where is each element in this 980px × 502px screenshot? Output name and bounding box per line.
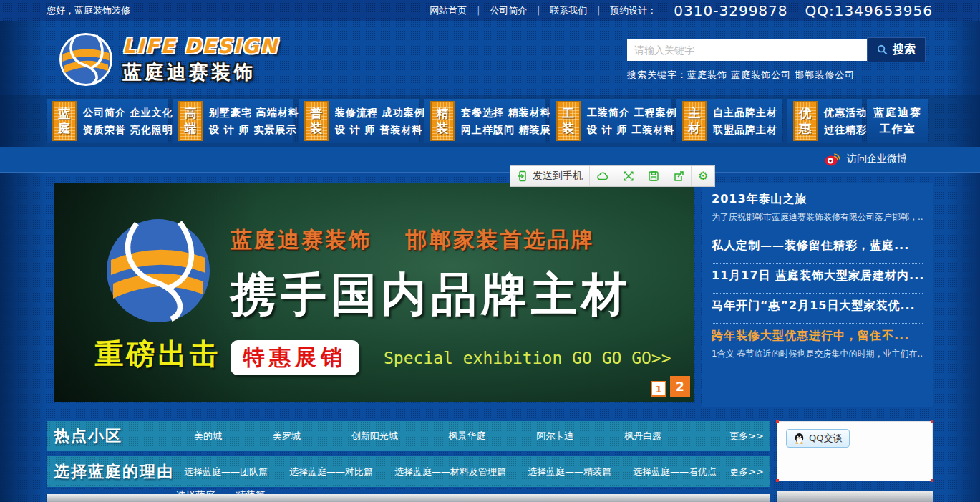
divider: [47, 494, 770, 502]
reasons-more-link[interactable]: 更多>>: [729, 465, 764, 478]
save-button[interactable]: [641, 166, 666, 186]
hotspots-more-link[interactable]: 更多>>: [729, 430, 764, 443]
send-to-phone-label: 发送到手机: [533, 170, 583, 183]
nav-links-line[interactable]: 联盟品牌主材: [713, 121, 777, 138]
nav-item-commercial[interactable]: 工装 工装简介 工程案例 设 计 师 工装材料: [550, 99, 671, 143]
hotspot-link[interactable]: 枫丹白露: [624, 430, 661, 443]
nav-links-line[interactable]: 工作室: [873, 121, 922, 137]
nav-links-line[interactable]: 蓝庭迪赛: [873, 105, 922, 121]
separator: |: [537, 6, 540, 16]
banner-badge: 特惠展销: [231, 340, 359, 375]
reason-link[interactable]: 选择蓝庭——精装篇: [528, 465, 611, 478]
nav-item-highend[interactable]: 高端 别墅豪宅 高端材料 设 计 师 实景展示: [173, 99, 293, 143]
topbar-link-booking[interactable]: 预约设计：: [610, 4, 656, 17]
nav-badge-refined: 精装: [430, 101, 455, 141]
search-input[interactable]: [627, 39, 867, 61]
news-title[interactable]: 跨年装修大型优惠进行中，留住不...: [712, 329, 923, 344]
news-title[interactable]: 11月17日 蓝庭装饰大型家居建材内...: [712, 269, 923, 284]
nav-links-line[interactable]: 过往精彩: [824, 121, 867, 138]
qq-penguin-icon: [794, 433, 805, 444]
header: LIFE DESIGN 蓝庭迪赛装饰 搜索 搜索关键字：蓝庭装饰 蓝庭装饰公司: [0, 21, 980, 95]
nav-links-line[interactable]: 装修流程 成功案例: [335, 104, 425, 121]
reason-link[interactable]: 选择蓝庭——精装篇: [175, 489, 266, 494]
divider: [777, 491, 933, 502]
nav-item-lanting[interactable]: 蓝庭 公司简介 企业文化 资质荣誉 亮化照明: [47, 99, 168, 143]
news-desc: 为了庆祝邯郸市蓝庭迪赛装饰装修有限公司落户邯郸，...: [712, 211, 923, 223]
reason-link[interactable]: 选择蓝庭——看优点: [633, 465, 717, 478]
nav-links-line[interactable]: 设 计 师 普装材料: [335, 121, 425, 138]
nav-links-line[interactable]: 自主品牌主材: [713, 104, 777, 121]
nav-links-line[interactable]: 优惠活动: [824, 104, 867, 121]
weibo-icon: [825, 152, 840, 166]
nav-links-line[interactable]: 设 计 师 实景展示: [209, 121, 299, 138]
nav-badge-discount: 优惠: [793, 101, 818, 141]
news-item[interactable]: 马年开门“惠”2月15日大型家装优...: [712, 295, 923, 317]
share-button[interactable]: [666, 166, 692, 186]
news-title[interactable]: 马年开门“惠”2月15日大型家装优...: [712, 299, 923, 314]
topbar-link-about[interactable]: 公司简介: [490, 4, 527, 17]
search-button[interactable]: 搜索: [867, 37, 926, 62]
banner-slide[interactable]: 重磅出击 蓝庭迪赛装饰 邯郸家装首选品牌 携手国内品牌主材 特惠展销 Speci…: [54, 183, 694, 402]
divider: [712, 323, 923, 324]
divider: [712, 293, 923, 294]
nav-item-studio[interactable]: 蓝庭迪赛 工作室: [867, 99, 928, 143]
nav-badge-standard: 普装: [304, 101, 329, 141]
hotspot-link[interactable]: 美罗城: [273, 430, 301, 443]
nav-item-materials[interactable]: 主材 自主品牌主材 联盟品牌主材: [676, 99, 782, 143]
pager-dot-2[interactable]: 2: [670, 376, 690, 397]
qq-chat-button[interactable]: QQ交谈: [786, 429, 850, 448]
news-item[interactable]: 11月17日 蓝庭装饰大型家居建材内...: [712, 265, 923, 287]
nav-links-line[interactable]: 公司简介 企业文化: [83, 104, 173, 121]
nav-links-line[interactable]: 别墅豪宅 高端材料: [209, 104, 299, 121]
logo-text-cn: 蓝庭迪赛装饰: [122, 59, 278, 85]
share-icon: [673, 170, 684, 182]
search-button-label: 搜索: [893, 42, 916, 57]
topbar-link-contact[interactable]: 联系我们: [550, 4, 587, 17]
greeting-text: 您好，蓝庭装饰装修: [47, 4, 130, 17]
cloud-button[interactable]: [590, 166, 616, 186]
search-icon: [877, 44, 888, 55]
reason-link[interactable]: 选择蓝庭——对比篇: [289, 465, 373, 478]
nav-badge-highend: 高端: [178, 101, 203, 141]
qq-chat-label: QQ交谈: [809, 432, 842, 445]
nav-item-discount[interactable]: 优惠 优惠活动 过往精彩: [787, 99, 862, 143]
hotspot-link[interactable]: 创新阳光城: [351, 430, 398, 443]
reasons-overflow-row: 选择蓝庭——精装篇: [47, 488, 770, 494]
send-to-phone-button[interactable]: 发送到手机: [510, 166, 590, 186]
banner-pager: 1 2: [651, 376, 690, 397]
settings-button[interactable]: ⚙: [692, 166, 714, 186]
topbar-link-home[interactable]: 网站首页: [430, 4, 467, 17]
corner-handle: [931, 479, 933, 482]
corner-handle: [931, 420, 933, 423]
logo[interactable]: LIFE DESIGN 蓝庭迪赛装饰: [59, 33, 278, 86]
news-item[interactable]: 跨年装修大型优惠进行中，留住不... 1含义 春节临近的时候也是交房集中的时期，…: [712, 325, 923, 364]
pager-dot-1[interactable]: 1: [651, 381, 666, 397]
hotspot-link[interactable]: 枫景华庭: [448, 430, 485, 443]
weibo-link[interactable]: 访问企业微博: [818, 150, 927, 168]
nav-links-line[interactable]: 套餐选择 精装材料: [461, 104, 562, 121]
news-item[interactable]: 2013年泰山之旅 为了庆祝邯郸市蓝庭迪赛装饰装修有限公司落户邯郸，...: [712, 188, 923, 227]
nav-links-line[interactable]: 工装简介 工程案例: [587, 104, 677, 121]
fullscreen-button[interactable]: [616, 166, 641, 186]
separator: |: [597, 6, 600, 16]
banner-subtext: Special exhibition GO GO GO>>: [384, 349, 671, 367]
nav-badge-commercial: 工装: [556, 101, 581, 141]
nav-links-line[interactable]: 网上样版间 精装展示: [461, 121, 562, 138]
hotspot-link[interactable]: 美的城: [194, 430, 222, 443]
hotspot-link[interactable]: 阿尔卡迪: [536, 430, 573, 443]
nav-links-line[interactable]: 设 计 师 工装材料: [587, 121, 677, 138]
divider: [712, 263, 923, 264]
news-title[interactable]: 私人定制——装修留住精彩，蓝庭...: [712, 238, 923, 254]
page: 您好，蓝庭装饰装修 网站首页 | 公司简介 | 联系我们 | 预约设计： 031…: [0, 0, 980, 502]
reason-link[interactable]: 选择蓝庭——团队篇: [184, 465, 268, 478]
nav-item-refined[interactable]: 精装 套餐选择 精装材料 网上样版间 精装展示: [424, 99, 545, 143]
reasons-title: 选择蓝庭的理由: [54, 461, 174, 483]
reason-link[interactable]: 选择蓝庭——材料及管理篇: [394, 465, 506, 478]
hotspots-band: 热点小区 美的城 美罗城 创新阳光城 枫景华庭 阿尔卡迪 枫丹白露 更多>>: [47, 421, 770, 451]
image-toolbar: 发送到手机: [510, 165, 715, 187]
news-item[interactable]: 私人定制——装修留住精彩，蓝庭...: [712, 235, 923, 257]
nav-links-line[interactable]: 资质荣誉 亮化照明: [83, 121, 173, 138]
nav-item-standard[interactable]: 普装 装修流程 成功案例 设 计 师 普装材料: [299, 99, 419, 143]
news-title[interactable]: 2013年泰山之旅: [712, 192, 923, 207]
substrip: 访问企业微博: [0, 147, 980, 173]
